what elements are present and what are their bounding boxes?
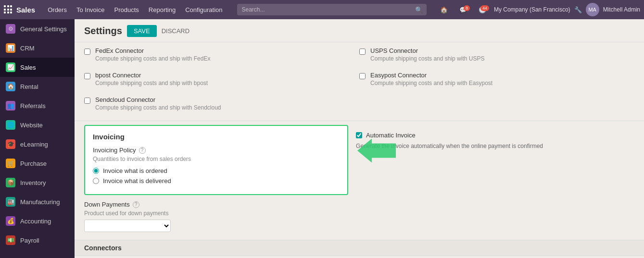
policy-label-text: Invoicing Policy: [93, 147, 136, 154]
easypost-label: Easypost Connector: [370, 72, 492, 79]
crm-icon: 📊: [6, 43, 15, 53]
sidebar-item-rental[interactable]: 🏠 Rental: [0, 77, 75, 96]
sidebar-label-referrals: Referrals: [20, 102, 46, 110]
settings-header: Settings SAVE DISCARD: [75, 19, 644, 42]
website-icon: 🌐: [6, 120, 15, 130]
sidebar-item-accounting[interactable]: 💰 Accounting: [0, 211, 75, 231]
invoice-ordered-label: Invoice what is ordered: [103, 167, 167, 174]
manufacturing-icon: 🏭: [6, 197, 15, 207]
sidebar-item-manufacturing[interactable]: 🏭 Manufacturing: [0, 192, 75, 211]
invoicing-policy-label: Invoicing Policy ?: [93, 147, 340, 154]
sidebar-item-website[interactable]: 🌐 Website: [0, 115, 75, 135]
sidebar-item-general[interactable]: ⚙ General Settings: [0, 19, 75, 38]
usps-connector-item: USPS Connector Compute shipping costs an…: [359, 42, 634, 67]
avatar: MA: [586, 3, 599, 16]
bpost-desc: Compute shipping costs and ship with bpo…: [95, 80, 208, 86]
sales-icon: 📈: [6, 62, 15, 72]
nav-products[interactable]: Products: [109, 0, 143, 19]
invoicing-section-title: Invoicing: [93, 133, 340, 141]
main-layout: ⚙ General Settings 📊 CRM 📈 Sales 🏠 Renta…: [0, 19, 644, 258]
automatic-header: Automatic Invoice: [356, 132, 627, 139]
fedex-desc: Compute shipping costs and ship with Fed…: [95, 55, 210, 62]
purchase-icon: 🛒: [6, 159, 15, 168]
home-icon-btn[interactable]: 🏠: [436, 4, 452, 15]
invoice-ordered-radio[interactable]: [93, 168, 99, 174]
down-payments-section: Down Payments ? Product used for down pa…: [75, 201, 644, 238]
app-grid-icon[interactable]: [4, 5, 13, 14]
down-payments-help-icon[interactable]: ?: [133, 201, 139, 208]
nav-left: Sales Orders To Invoice Products Reporti…: [4, 0, 227, 19]
company-name: My Company (San Francisco): [494, 6, 570, 13]
home-icon: 🏠: [440, 6, 448, 13]
settings-wrench-icon[interactable]: 🔧: [574, 6, 582, 13]
sidebar-item-sales[interactable]: 📈 Sales: [0, 58, 75, 77]
save-button[interactable]: SAVE: [127, 25, 157, 37]
invoicing-box: Invoicing Invoicing Policy ? Quantities …: [84, 125, 348, 195]
sidebar-label-purchase: Purchase: [20, 160, 47, 167]
sendcloud-checkbox[interactable]: [84, 98, 90, 104]
arrow-indicator: [357, 139, 396, 164]
sidebar-item-payroll[interactable]: 💵 Payroll: [0, 231, 75, 250]
bpost-info: bpost Connector Compute shipping costs a…: [95, 72, 208, 86]
sidebar-label-payroll: Payroll: [20, 237, 39, 244]
nav-to-invoice[interactable]: To Invoice: [72, 0, 110, 19]
nav-reporting[interactable]: Reporting: [144, 0, 180, 19]
accounting-icon: 💰: [6, 216, 15, 226]
referrals-icon: 👥: [6, 101, 15, 111]
fedex-info: FedEx Connector Compute shipping costs a…: [95, 47, 210, 62]
top-navigation: Sales Orders To Invoice Products Reporti…: [0, 0, 644, 19]
search-bar: 🔍: [237, 4, 427, 15]
sidebar-label-website: Website: [20, 122, 43, 129]
down-payments-select[interactable]: [84, 220, 171, 232]
sendcloud-info: Sendcloud Connector Compute shipping cos…: [95, 96, 221, 111]
nav-configuration[interactable]: Configuration: [180, 0, 227, 19]
down-payments-label-text: Down Payments: [84, 201, 130, 208]
nav-orders[interactable]: Orders: [43, 0, 72, 19]
sidebar-label-rental: Rental: [20, 83, 38, 90]
automatic-invoice-checkbox[interactable]: [356, 132, 362, 138]
bpost-label: bpost Connector: [95, 72, 208, 79]
sidebar-item-crm[interactable]: 📊 CRM: [0, 38, 75, 58]
fedex-connector-item: FedEx Connector Compute shipping costs a…: [84, 42, 359, 67]
bpost-checkbox[interactable]: [84, 73, 90, 79]
easypost-checkbox[interactable]: [359, 73, 366, 79]
usps-label: USPS Connector: [370, 47, 484, 54]
user-name: Mitchell Admin: [603, 6, 640, 13]
sidebar-item-referrals[interactable]: 👥 Referrals: [0, 96, 75, 115]
inventory-icon: 📦: [6, 178, 15, 187]
invoice-delivered-radio[interactable]: [93, 178, 99, 184]
easypost-info: Easypost Connector Compute shipping cost…: [370, 72, 492, 86]
connectors-section-header: Connectors: [75, 240, 644, 256]
elearning-icon: 🎓: [6, 139, 15, 149]
sidebar-item-elearning[interactable]: 🎓 eLearning: [0, 135, 75, 154]
messages-badge: 8: [464, 5, 470, 11]
payroll-icon: 💵: [6, 235, 15, 245]
invoice-ordered-option[interactable]: Invoice what is ordered: [93, 167, 340, 174]
search-icon: 🔍: [415, 6, 423, 13]
down-payments-label: Down Payments ?: [84, 201, 634, 208]
activity-icon-btn[interactable]: 🕐 44: [475, 4, 490, 15]
sendcloud-label: Sendcloud Connector: [95, 96, 221, 103]
rental-icon: 🏠: [6, 82, 15, 91]
sendcloud-desc: Compute shipping costs and ship with Sen…: [95, 104, 221, 111]
app-name[interactable]: Sales: [16, 6, 35, 14]
policy-desc: Quantities to invoice from sales orders: [93, 156, 340, 162]
sidebar-label-inventory: Inventory: [20, 179, 46, 186]
easypost-connector-item: Easypost Connector Compute shipping cost…: [359, 67, 634, 91]
discard-button[interactable]: DISCARD: [162, 27, 190, 35]
sidebar-item-purchase[interactable]: 🛒 Purchase: [0, 154, 75, 173]
fedex-checkbox[interactable]: [84, 49, 90, 55]
general-settings-icon: ⚙: [6, 24, 15, 34]
activity-badge: 44: [480, 5, 489, 11]
sidebar-item-inventory[interactable]: 📦 Inventory: [0, 173, 75, 192]
usps-checkbox[interactable]: [359, 49, 366, 55]
sidebar: ⚙ General Settings 📊 CRM 📈 Sales 🏠 Renta…: [0, 19, 75, 258]
messages-icon-btn[interactable]: 💬 8: [455, 4, 471, 15]
policy-help-icon[interactable]: ?: [139, 147, 146, 154]
invoice-delivered-label: Invoice what is delivered: [103, 177, 171, 184]
fedex-label: FedEx Connector: [95, 47, 210, 54]
sidebar-label-crm: CRM: [20, 45, 35, 52]
invoice-delivered-option[interactable]: Invoice what is delivered: [93, 177, 340, 184]
search-input[interactable]: [237, 4, 427, 15]
content-area: Settings SAVE DISCARD FedEx Connector Co…: [75, 19, 644, 258]
